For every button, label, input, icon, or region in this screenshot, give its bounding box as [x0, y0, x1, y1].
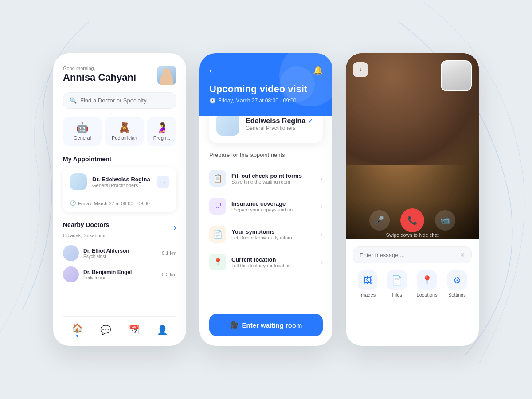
nearby-location: Cibadak, Sukabumi. [63, 233, 176, 238]
locations-action[interactable]: 📍 Locations [417, 270, 438, 297]
appointment-card[interactable]: Dr. Edelweiss Regina General Practitione… [63, 167, 176, 212]
doctor-dist-2: 0.3 km [162, 272, 176, 277]
microphone-icon: 🎤 [375, 215, 384, 225]
category-pregnancy[interactable]: 🤰 Pregn... [147, 117, 176, 146]
pregnancy-emoji: 🤰 [151, 122, 173, 133]
nav-calendar[interactable]: 📅 [129, 325, 140, 335]
home-icon: 🏠 [72, 323, 83, 333]
avatar [157, 66, 176, 85]
images-icon: 🖼 [358, 270, 377, 290]
video-btn-icon: 🎥 [230, 321, 239, 329]
search-input[interactable] [80, 97, 170, 104]
appointment-doctor-name: Dr. Edelweiss Regina [92, 176, 157, 183]
categories-row: 🤖 General 🧸 Pediatrician 🤰 Pregn... [63, 117, 176, 146]
insurance-sub: Prepare your copays and un ... [231, 207, 315, 212]
phones-container: Good morning, Annisa Cahyani 🔍 🤖 General… [53, 53, 479, 346]
settings-label: Settings [448, 292, 466, 297]
end-call-button[interactable]: 📞 [400, 208, 424, 232]
verified-icon: ✓ [308, 117, 313, 125]
category-general[interactable]: 🤖 General [63, 117, 102, 146]
phone-3: ‹ 🎤 📞 📹 [346, 53, 479, 346]
clear-input-button[interactable]: ✕ [460, 251, 465, 258]
general-label: General [74, 135, 91, 141]
files-icon: 📄 [387, 270, 407, 290]
forms-title: Fill out check-point forms [231, 172, 315, 179]
swipe-hint: Swipe down to hide chat [346, 232, 479, 238]
message-input[interactable] [360, 252, 456, 258]
prepare-title: Prepare for this appointments [209, 152, 323, 158]
location-title: Current location [231, 256, 315, 263]
doctor-row-2[interactable]: Dr. Benjamin Engel Pediatrician 0.3 km [63, 264, 176, 285]
insurance-icon: 🛡 [209, 198, 226, 215]
mute-button[interactable]: 🎤 [369, 210, 390, 231]
images-action[interactable]: 🖼 Images [358, 270, 377, 297]
nav-messages[interactable]: 💬 [100, 325, 111, 335]
message-input-bar[interactable]: ✕ [353, 246, 472, 263]
camera-button[interactable]: 📹 [435, 210, 455, 231]
category-pediatrician[interactable]: 🧸 Pediatrician [105, 117, 144, 146]
settings-action[interactable]: ⚙ Settings [447, 270, 467, 297]
p2-doctor-name: Edelweiss Regina ✓ [246, 117, 313, 125]
doctor-dist-1: 0.1 km [162, 250, 176, 256]
files-label: Files [392, 292, 402, 297]
appointment-section-title: My Appointment [63, 156, 176, 163]
nearby-arrow[interactable]: › [173, 222, 176, 232]
appointment-time: 🕐 Friday, March 27 at 08:00 - 09:00 [70, 200, 169, 206]
nearby-section-title: Nearby Doctors [63, 221, 109, 228]
nav-home[interactable]: 🏠 [72, 323, 83, 337]
insurance-arrow: › [321, 203, 323, 210]
pediatrician-emoji: 🧸 [109, 122, 140, 133]
appointment-arrow[interactable]: → [157, 176, 169, 188]
symptoms-arrow: › [321, 231, 323, 238]
files-action[interactable]: 📄 Files [387, 270, 407, 297]
visit-title: Upcoming video visit [209, 83, 323, 95]
locations-label: Locations [417, 292, 438, 297]
nav-profile[interactable]: 👤 [157, 325, 168, 335]
messages-icon: 💬 [100, 325, 111, 335]
doctor-row-1[interactable]: Dr. Elliot Alderson Psychiatrist 0.1 km [63, 243, 176, 264]
symptoms-sub: Let Doctor know early inform ... [231, 235, 315, 240]
visit-date: 🕐 Friday, March 27 at 08:00 - 09:00 [209, 98, 323, 104]
doctor-avatar-2 [63, 266, 79, 282]
doctor-video-feed [442, 61, 471, 90]
doctor-name-2: Dr. Benjamin Engel [83, 269, 162, 275]
bottom-nav: 🏠 💬 📅 👤 [63, 316, 176, 346]
p2-item-symptoms[interactable]: 📄 Your symptoms Let Doctor know early in… [209, 220, 323, 248]
doctor-spec-2: Pediatrician [83, 275, 162, 280]
profile-icon: 👤 [157, 325, 168, 335]
search-bar[interactable]: 🔍 [63, 92, 176, 109]
forms-arrow: › [321, 175, 323, 182]
appointment-doctor-avatar [70, 173, 87, 190]
location-sub: Tell the doctor your location [231, 263, 315, 268]
forms-icon: 📋 [209, 170, 226, 187]
doctor-avatar-1 [63, 245, 79, 261]
p2-doctor-spec: General Practitioners [246, 125, 313, 131]
video-visit-header: ‹ 🔔 Upcoming video visit 🕐 Friday, March… [200, 53, 332, 116]
pregnancy-label: Pregn... [153, 135, 171, 141]
nav-active-dot [76, 335, 78, 337]
images-label: Images [360, 292, 376, 297]
chat-area: ✕ 🖼 Images 📄 Files 📍 Locations [346, 239, 479, 346]
video-area: ‹ 🎤 📞 📹 [346, 53, 479, 239]
video-back-button[interactable]: ‹ [353, 62, 368, 77]
doctor-small-video [441, 60, 472, 91]
locations-icon: 📍 [417, 270, 437, 290]
doctor-spec-1: Psychiatrist [83, 254, 162, 259]
search-icon: 🔍 [70, 97, 77, 104]
p2-item-forms[interactable]: 📋 Fill out check-point forms Save time t… [209, 164, 323, 192]
nearby-header: Nearby Doctors › [63, 221, 176, 233]
clock-icon: 🕐 [70, 200, 76, 206]
clock-icon-2: 🕐 [209, 98, 216, 104]
pediatrician-label: Pediatrician [112, 135, 137, 141]
location-arrow: › [321, 258, 323, 266]
back-button[interactable]: ‹ [209, 66, 212, 75]
p2-item-location[interactable]: 📍 Current location Tell the doctor your … [209, 248, 323, 276]
symptoms-title: Your symptoms [231, 228, 315, 235]
settings-icon: ⚙ [447, 270, 467, 290]
enter-waiting-room-button[interactable]: 🎥 Enter waiting room [209, 314, 323, 336]
calendar-icon: 📅 [129, 325, 140, 335]
insurance-title: Insurance coverage [231, 200, 315, 207]
general-emoji: 🤖 [66, 122, 98, 133]
notification-bell[interactable]: 🔔 [313, 66, 323, 75]
p2-item-insurance[interactable]: 🛡 Insurance coverage Prepare your copays… [209, 192, 323, 220]
